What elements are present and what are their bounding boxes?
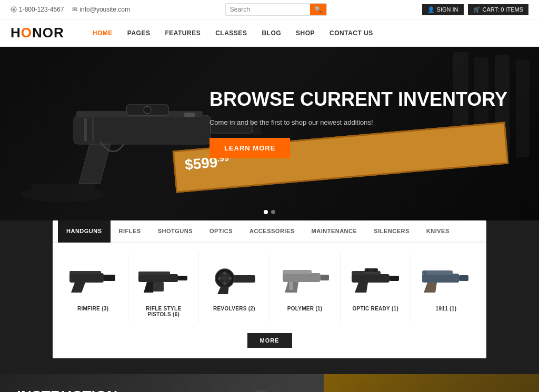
gun-svg-1911 [420,264,472,295]
product-name-rifle-pistols: RIFLE STYLE PISTOLS (6) [134,306,193,317]
hero-text: BROWSE CURRENT INVENTORY Come in and be … [194,89,507,158]
svg-rect-44 [424,271,426,283]
svg-point-28 [223,272,226,275]
svg-point-30 [218,277,221,280]
product-name-polymer: POLYMER (1) [287,306,323,311]
svg-rect-8 [74,115,211,144]
signin-label: SIGN IN [437,6,458,13]
tab-knives[interactable]: KNIVES [418,220,458,243]
nav-shop[interactable]: SHOP [288,26,322,40]
search-input[interactable] [226,4,310,15]
product-image-1911 [417,258,475,300]
svg-rect-23 [153,282,164,292]
hero-dots [264,210,275,214]
svg-rect-42 [459,275,468,281]
list-item[interactable]: REVOLVERS (2) [199,253,270,323]
tab-silencers[interactable]: SILENCERS [365,220,417,243]
user-icon: 👤 [427,6,435,13]
top-bar-right: 👤 SIGN IN 🛒 CART: 0 ITEMS [422,4,528,15]
tab-rifles[interactable]: RIFLES [111,220,149,243]
nav-blog[interactable]: BLOG [254,26,288,40]
svg-rect-41 [422,274,459,283]
svg-rect-33 [321,275,329,280]
svg-rect-24 [232,275,255,283]
ammo-banner: A WIDE RANGE OF AMMUNITION [324,374,539,392]
svg-rect-15 [92,118,94,142]
svg-rect-32 [283,273,321,282]
product-grid: RIMFIRE (3) RIFLE STYLE PISTOLS (6) [53,243,486,333]
nav-home[interactable]: HOME [85,26,120,40]
tab-shotguns[interactable]: SHOTGUNS [149,220,201,243]
list-item[interactable]: 1911 (1) [411,253,481,323]
hero-title: BROWSE CURRENT INVENTORY [209,89,507,110]
cart-icon: 🛒 [473,6,481,13]
instruction-title: INSTRUCTION [17,388,307,393]
hero-dot-2[interactable] [271,210,275,214]
gun-svg-polymer [278,264,331,295]
cart-label: CART: 0 ITEMS [483,6,523,13]
nav-contact[interactable]: CONTACT US [322,26,381,40]
search-button[interactable]: 🔍 [310,4,326,15]
svg-rect-37 [390,276,399,281]
cart-button[interactable]: 🛒 CART: 0 ITEMS [468,4,528,15]
gun-svg-optic-ready [349,264,402,295]
logo[interactable]: HONOR [11,25,64,41]
product-name-1911: 1911 (1) [436,306,457,311]
tab-handguns[interactable]: HANDGUNS [58,220,111,243]
product-image-rimfire [64,258,122,300]
hero-cta-button[interactable]: LEARN MORE [209,138,290,158]
nav-links: HOME PAGES FEATURES CLASSES BLOG SHOP CO… [85,26,381,40]
svg-point-13 [144,106,151,114]
product-image-revolvers [205,258,263,300]
phone-icon: ☎ [11,6,17,13]
svg-point-40 [370,269,373,272]
more-button-wrap: MORE [53,333,486,358]
svg-text:☎: ☎ [12,8,15,11]
top-bar: ☎ 1-800-123-4567 ✉ info@yousite.com 🔍 👤 … [0,0,539,19]
product-name-optic-ready: OPTIC READY (1) [352,306,398,311]
signin-button[interactable]: 👤 SIGN IN [422,4,464,15]
logo-accent: O [21,25,32,41]
svg-rect-34 [283,270,312,274]
svg-rect-5 [516,60,530,157]
ammo-decoration [324,374,539,392]
svg-rect-20 [138,274,178,282]
tab-accessories[interactable]: ACCESSORIES [241,220,303,243]
svg-rect-43 [422,270,453,275]
svg-point-27 [222,276,227,281]
nav-features[interactable]: FEATURES [157,26,208,40]
svg-point-31 [228,277,232,280]
products-card: HANDGUNS RIFLES SHOTGUNS OPTICS ACCESSOR… [53,220,486,358]
svg-rect-14 [84,118,87,142]
nav-pages[interactable]: PAGES [120,26,158,40]
svg-point-29 [223,282,226,285]
instruction-banner: INSTRUCTION Let our experienced staff as… [0,374,324,392]
search-bar[interactable]: 🔍 [225,3,327,16]
product-tabs: HANDGUNS RIFLES SHOTGUNS OPTICS ACCESSOR… [53,220,486,243]
top-bar-left: ☎ 1-800-123-4567 ✉ info@yousite.com [11,6,130,13]
hero-dot-1[interactable] [264,210,268,214]
product-image-rifle-pistols [135,258,193,300]
email-icon: ✉ [72,6,77,13]
tab-maintenance[interactable]: MAINTENANCE [303,220,366,243]
list-item[interactable]: POLYMER (1) [270,253,341,323]
product-image-polymer [276,258,334,300]
email-info: ✉ info@yousite.com [72,6,130,13]
list-item[interactable]: RIFLE STYLE PISTOLS (6) [128,253,199,323]
list-item[interactable]: RIMFIRE (3) [58,253,128,323]
product-name-revolvers: REVOLVERS (2) [213,306,255,311]
nav-classes[interactable]: CLASSES [208,26,254,40]
gun-svg-rimfire [67,264,119,295]
product-name-rimfire: RIMFIRE (3) [77,306,108,311]
svg-rect-18 [104,275,115,281]
hero-section: $599.99 BROWSE CURRENT INVENTORY Come in… [0,47,539,220]
more-button[interactable]: MORE [247,333,292,348]
svg-rect-19 [69,271,101,274]
svg-rect-22 [138,272,170,275]
list-item[interactable]: OPTIC READY (1) [341,253,411,323]
navbar: HONOR HOME PAGES FEATURES CLASSES BLOG S… [0,19,539,47]
svg-rect-17 [69,273,104,283]
tab-optics[interactable]: OPTICS [201,220,241,243]
phone-number: 1-800-123-4567 [19,6,64,13]
gun-svg-rifle-pistol [137,264,190,295]
